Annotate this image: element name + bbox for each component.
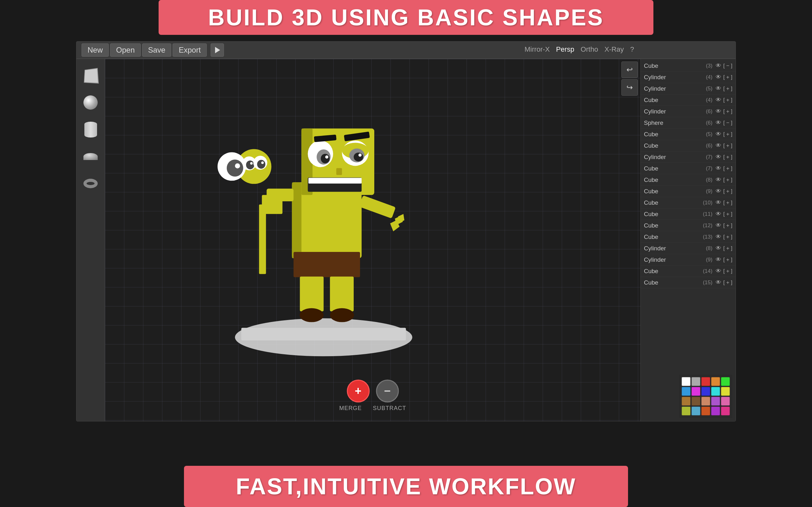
color-swatch[interactable] <box>701 397 710 406</box>
play-button[interactable] <box>211 43 224 57</box>
color-swatch[interactable] <box>681 397 691 406</box>
layer-item[interactable]: Cube (6) 👁 [ + ] <box>641 140 735 152</box>
layer-visibility-icon[interactable]: 👁 <box>716 142 721 149</box>
cube-shape-button[interactable] <box>80 65 101 86</box>
xray-option[interactable]: X-Ray <box>605 45 624 54</box>
layer-action-button[interactable]: [ + ] <box>723 108 732 115</box>
halfsphere-shape-button[interactable] <box>80 146 101 167</box>
color-swatch[interactable] <box>701 377 710 386</box>
layer-item[interactable]: Cube (13) 👁 [ + ] <box>641 231 735 243</box>
layer-item[interactable]: Cylinder (4) 👁 [ + ] <box>641 72 735 83</box>
persp-option[interactable]: Persp <box>556 45 574 54</box>
color-swatch[interactable] <box>711 397 720 406</box>
torus-shape-button[interactable] <box>80 173 101 193</box>
layer-visibility-icon[interactable]: 👁 <box>716 97 721 103</box>
color-swatch[interactable] <box>701 406 710 415</box>
layer-action-button[interactable]: [ + ] <box>723 211 732 217</box>
layer-visibility-icon[interactable]: 👁 <box>716 108 721 115</box>
layer-item[interactable]: Cylinder (7) 👁 [ + ] <box>641 152 735 163</box>
color-swatch[interactable] <box>692 397 700 406</box>
layer-item[interactable]: Cube (15) 👁 [ + ] <box>641 277 735 288</box>
layer-action-button[interactable]: [ − ] <box>723 120 732 126</box>
undo-button[interactable]: ↩ <box>621 61 638 78</box>
sphere-shape-button[interactable] <box>80 92 101 113</box>
color-swatch[interactable] <box>711 406 720 415</box>
color-swatch[interactable] <box>711 387 720 396</box>
layer-visibility-icon[interactable]: 👁 <box>716 211 721 217</box>
layer-visibility-icon[interactable]: 👁 <box>716 154 721 160</box>
layer-item[interactable]: Cube (14) 👁 [ + ] <box>641 266 735 277</box>
new-button[interactable]: New <box>82 43 109 57</box>
layer-action-button[interactable]: [ + ] <box>723 74 732 80</box>
layer-visibility-icon[interactable]: 👁 <box>716 245 721 251</box>
layer-visibility-icon[interactable]: 👁 <box>716 131 721 137</box>
export-button[interactable]: Export <box>172 43 206 57</box>
layer-visibility-icon[interactable]: 👁 <box>716 233 721 240</box>
layer-item[interactable]: Cube (7) 👁 [ + ] <box>641 163 735 174</box>
merge-button[interactable]: + <box>347 380 369 402</box>
layer-item[interactable]: Cube (3) 👁 [ − ] <box>641 60 735 72</box>
layer-visibility-icon[interactable]: 👁 <box>716 62 721 69</box>
color-swatch[interactable] <box>692 377 700 386</box>
color-swatch[interactable] <box>692 406 700 415</box>
layer-action-button[interactable]: [ + ] <box>723 234 732 240</box>
layer-item[interactable]: Sphere (6) 👁 [ − ] <box>641 117 735 129</box>
layer-action-button[interactable]: [ + ] <box>723 177 732 183</box>
layer-item[interactable]: Cube (12) 👁 [ + ] <box>641 220 735 231</box>
layer-action-button[interactable]: [ + ] <box>723 86 732 92</box>
viewport[interactable]: + − MERGE SUBTRACT <box>105 59 641 421</box>
color-swatch[interactable] <box>681 406 691 415</box>
layer-item[interactable]: Cube (5) 👁 [ + ] <box>641 129 735 140</box>
cylinder-shape-button[interactable] <box>80 119 101 140</box>
layer-visibility-icon[interactable]: 👁 <box>716 165 721 172</box>
layer-item[interactable]: Cylinder (9) 👁 [ + ] <box>641 254 735 266</box>
layer-item[interactable]: Cube (8) 👁 [ + ] <box>641 174 735 186</box>
layer-visibility-icon[interactable]: 👁 <box>716 257 721 263</box>
color-swatch[interactable] <box>681 387 691 396</box>
layer-visibility-icon[interactable]: 👁 <box>716 199 721 206</box>
layer-action-button[interactable]: [ + ] <box>723 222 732 229</box>
layer-action-button[interactable]: [ + ] <box>723 200 732 206</box>
layer-action-button[interactable]: [ + ] <box>723 97 732 103</box>
layer-visibility-icon[interactable]: 👁 <box>716 222 721 229</box>
layer-action-button[interactable]: [ + ] <box>723 143 732 149</box>
layer-action-button[interactable]: [ + ] <box>723 257 732 263</box>
redo-button[interactable]: ↪ <box>621 79 638 96</box>
layer-visibility-icon[interactable]: 👁 <box>716 279 721 286</box>
layer-action-button[interactable]: [ − ] <box>723 63 732 69</box>
layer-visibility-icon[interactable]: 👁 <box>716 119 721 126</box>
layer-visibility-icon[interactable]: 👁 <box>716 188 721 194</box>
layer-visibility-icon[interactable]: 👁 <box>716 176 721 183</box>
layer-visibility-icon[interactable]: 👁 <box>716 85 721 92</box>
color-swatch[interactable] <box>721 377 730 386</box>
color-swatch[interactable] <box>721 387 730 396</box>
subtract-button[interactable]: − <box>376 380 399 402</box>
layer-item[interactable]: Cylinder (5) 👁 [ + ] <box>641 83 735 95</box>
open-button[interactable]: Open <box>110 43 141 57</box>
layer-action-button[interactable]: [ + ] <box>723 154 732 160</box>
color-swatch[interactable] <box>721 406 730 415</box>
layer-item[interactable]: Cube (9) 👁 [ + ] <box>641 186 735 197</box>
color-swatch[interactable] <box>721 397 730 406</box>
layer-action-button[interactable]: [ + ] <box>723 165 732 172</box>
layer-visibility-icon[interactable]: 👁 <box>716 74 721 80</box>
layer-item[interactable]: Cylinder (8) 👁 [ + ] <box>641 243 735 254</box>
layer-visibility-icon[interactable]: 👁 <box>716 268 721 274</box>
layer-item[interactable]: Cube (4) 👁 [ + ] <box>641 95 735 106</box>
layer-action-button[interactable]: [ + ] <box>723 268 732 274</box>
color-swatch[interactable] <box>692 387 700 396</box>
mirror-x-option[interactable]: Mirror-X <box>525 45 550 54</box>
layer-item[interactable]: Cube (11) 👁 [ + ] <box>641 209 735 220</box>
layer-item[interactable]: Cube (10) 👁 [ + ] <box>641 197 735 209</box>
layer-action-button[interactable]: [ + ] <box>723 131 732 137</box>
color-swatch[interactable] <box>701 387 710 396</box>
layer-action-button[interactable]: [ + ] <box>723 188 732 194</box>
save-button[interactable]: Save <box>142 43 171 57</box>
layer-action-button[interactable]: [ + ] <box>723 245 732 251</box>
help-option[interactable]: ? <box>630 45 634 54</box>
color-swatch[interactable] <box>681 377 691 386</box>
color-swatch[interactable] <box>711 377 720 386</box>
layer-action-button[interactable]: [ + ] <box>723 279 732 286</box>
layer-item[interactable]: Cylinder (6) 👁 [ + ] <box>641 106 735 117</box>
ortho-option[interactable]: Ortho <box>581 45 598 54</box>
